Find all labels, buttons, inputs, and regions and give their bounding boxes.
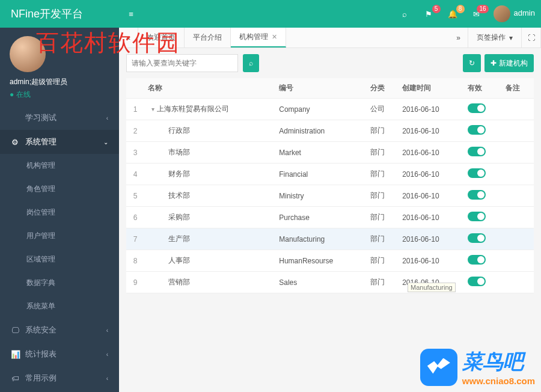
tab-org[interactable]: 机构管理✕ <box>231 28 286 47</box>
caret-down-icon: ▾ <box>509 34 513 42</box>
overlay-cn: 菜鸟吧 <box>462 348 535 376</box>
double-right-icon: » <box>456 34 460 42</box>
valid-toggle[interactable] <box>468 103 486 113</box>
sidebar-item-1[interactable]: 角色管理 <box>0 177 119 201</box>
table-row[interactable]: 6采购部Purchase部门2016-06-10 <box>126 207 534 228</box>
bird-icon <box>420 349 457 386</box>
tab-platform[interactable]: 平台介绍 <box>185 28 231 47</box>
tabbar: « 欢迎首页 平台介绍 机构管理✕ » 页签操作▾ ⛶ <box>119 28 541 48</box>
search-icon: ⌕ <box>249 59 253 67</box>
col-valid[interactable]: 有效 <box>464 78 501 99</box>
search-button[interactable]: ⌕ <box>243 54 259 72</box>
close-icon[interactable]: ✕ <box>272 33 277 41</box>
tab-scroll-right[interactable]: » <box>449 28 468 47</box>
mail-icon[interactable]: ✉16 <box>469 10 484 19</box>
chart-icon: 📊 <box>11 350 19 359</box>
col-date[interactable]: 创建时间 <box>399 78 464 99</box>
col-code[interactable]: 编号 <box>275 78 367 99</box>
profile-block: admin;超级管理员 在线 <box>0 28 119 106</box>
content: ⌕ ↻ ✚新建机构 名称 编号 分类 创建时间 有效 备注 1▾上海东鞋贸易有限… <box>119 48 541 392</box>
table-row[interactable]: 5技术部Ministry部门2016-06-10 <box>126 185 534 207</box>
tab-scroll-left[interactable]: « <box>119 28 138 47</box>
nav-study[interactable]: 学习测试‹ <box>0 106 119 130</box>
nav-system[interactable]: ⚙系统管理⌄ <box>0 130 119 154</box>
valid-toggle[interactable] <box>468 233 486 243</box>
profile-status: 在线 <box>10 90 109 100</box>
bars-icon: ≡ <box>127 10 135 19</box>
topbar: NFine开发平台 ≡ ⌕ ⚑5 🔔8 ✉16 admin <box>0 0 541 28</box>
sidebar-item-6[interactable]: 系统菜单 <box>0 295 119 318</box>
chevron-left-icon: ‹ <box>106 351 108 358</box>
expand-icon: ⛶ <box>528 34 535 42</box>
refresh-button[interactable]: ↻ <box>463 54 481 72</box>
valid-toggle[interactable] <box>468 190 486 200</box>
refresh-icon: ↻ <box>469 59 475 67</box>
sidebar-item-5[interactable]: 数据字典 <box>0 271 119 295</box>
sidebar-item-2[interactable]: 岗位管理 <box>0 201 119 224</box>
cogs-icon: ⚙ <box>11 138 19 147</box>
sidebar-item-0[interactable]: 机构管理 <box>0 154 119 177</box>
chevron-left-icon: ‹ <box>106 375 108 382</box>
chevron-left-icon: ‹ <box>106 115 108 121</box>
plus-icon: ✚ <box>491 59 497 67</box>
table-row[interactable]: 9营销部Sales部门2016-06-10 <box>126 272 534 293</box>
valid-toggle[interactable] <box>468 255 486 265</box>
valid-toggle[interactable] <box>468 212 486 221</box>
main: « 欢迎首页 平台介绍 机构管理✕ » 页签操作▾ ⛶ ⌕ ↻ ✚新建机构 <box>119 28 541 392</box>
table-row[interactable]: 3市场部Market部门2016-06-10 <box>126 142 534 164</box>
nav-example[interactable]: 🏷常用示例‹ <box>0 366 119 390</box>
brand: NFine开发平台 <box>0 7 119 21</box>
sidebar-item-4[interactable]: 区域管理 <box>0 248 119 271</box>
table-row[interactable]: 2行政部Administration部门2016-06-10 <box>126 120 534 142</box>
sidebar-toggle[interactable]: ≡ <box>119 10 143 19</box>
nav-report[interactable]: 📊统计报表‹ <box>0 342 119 366</box>
col-type[interactable]: 分类 <box>367 78 399 99</box>
search-icon[interactable]: ⌕ <box>397 10 412 19</box>
overlay-logo: 菜鸟吧 www.cniao8.com <box>420 348 535 386</box>
table-row[interactable]: 1▾上海东鞋贸易有限公司Company公司2016-06-10 <box>126 99 534 120</box>
tab-home[interactable]: 欢迎首页 <box>138 28 185 47</box>
search-input[interactable] <box>126 54 238 72</box>
overlay-url: www.cniao8.com <box>462 376 535 386</box>
table-row[interactable]: 8人事部HumanResourse部门2016-06-10 <box>126 250 534 272</box>
sidebar-item-3[interactable]: 用户管理 <box>0 224 119 248</box>
valid-toggle[interactable] <box>468 277 486 286</box>
valid-toggle[interactable] <box>468 125 486 135</box>
sidebar: admin;超级管理员 在线 学习测试‹ ⚙系统管理⌄ 机构管理角色管理岗位管理… <box>0 28 119 392</box>
nav-security[interactable]: 🖵系统安全‹ <box>0 318 119 342</box>
create-button[interactable]: ✚新建机构 <box>484 54 534 72</box>
flag-icon[interactable]: ⚑5 <box>421 10 436 19</box>
avatar-large-icon <box>10 36 46 72</box>
chevron-down-icon: ⌄ <box>103 139 108 145</box>
toolbar: ⌕ ↻ ✚新建机构 <box>126 54 534 72</box>
table-row[interactable]: 7生产部Manufacturing部门2016-06-10 <box>126 228 534 250</box>
tab-ops[interactable]: 页签操作▾ <box>468 28 522 47</box>
table-row[interactable]: 4财务部Financial部门2016-06-10 <box>126 164 534 185</box>
org-table: 名称 编号 分类 创建时间 有效 备注 1▾上海东鞋贸易有限公司Company公… <box>126 78 534 293</box>
tag-icon: 🏷 <box>11 374 19 383</box>
profile-name: admin;超级管理员 <box>10 77 109 87</box>
bell-icon[interactable]: 🔔8 <box>445 10 460 19</box>
fullscreen-button[interactable]: ⛶ <box>522 28 541 47</box>
valid-toggle[interactable] <box>468 147 486 156</box>
desktop-icon: 🖵 <box>11 326 19 335</box>
valid-toggle[interactable] <box>468 168 486 178</box>
chevron-left-icon: ‹ <box>106 327 108 334</box>
user-menu[interactable]: admin <box>494 5 535 22</box>
caret-down-icon[interactable]: ▾ <box>151 106 154 112</box>
col-remark[interactable]: 备注 <box>502 78 534 99</box>
col-name[interactable]: 名称 <box>144 78 275 99</box>
double-left-icon: « <box>126 34 130 42</box>
avatar-icon <box>494 5 510 22</box>
